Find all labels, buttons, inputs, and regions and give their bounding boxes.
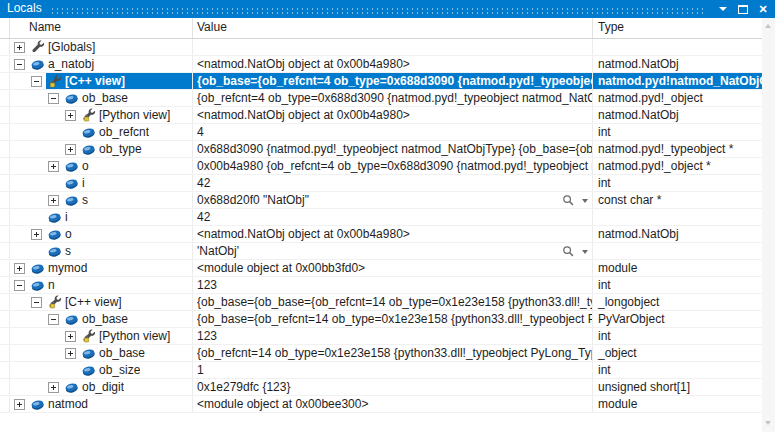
expand-toggle[interactable] <box>31 229 42 240</box>
expand-toggle[interactable] <box>14 399 25 410</box>
value-cell[interactable]: 0x688d3090 {natmod.pyd!_typeobject natmo… <box>193 141 593 157</box>
expand-toggle[interactable] <box>65 331 76 342</box>
indent-spacer <box>14 166 48 167</box>
tree-row[interactable]: s'NatObj' <box>0 243 762 260</box>
tree-row[interactable]: ob_base{ob_refcnt=4 ob_type=0x688d3090 {… <box>0 90 762 107</box>
value-cell[interactable]: {ob_refcnt=4 ob_type=0x688d3090 {natmod.… <box>193 90 593 106</box>
expand-toggle[interactable] <box>14 263 25 274</box>
value-cell[interactable]: 123 <box>193 328 593 344</box>
name-cell: s <box>10 192 193 208</box>
tree-row[interactable]: ob_base{ob_base={ob_refcnt=14 ob_type=0x… <box>0 311 762 328</box>
variable-type: natmod.NatObj <box>593 56 762 72</box>
tree-row[interactable]: i42 <box>0 209 762 226</box>
tree-row[interactable]: i42int <box>0 175 762 192</box>
titlebar[interactable]: Locals ✕ <box>0 0 775 18</box>
value-cell[interactable]: {ob_refcnt=14 ob_type=0x1e23e158 {python… <box>193 345 593 361</box>
indent-spacer <box>14 217 31 218</box>
name-inner: n <box>29 277 192 293</box>
tree-row[interactable]: n123int <box>0 277 762 294</box>
tree-row[interactable]: ob_refcnt4int <box>0 124 762 141</box>
window-position-button[interactable] <box>715 2 731 16</box>
value-cell[interactable] <box>193 39 593 55</box>
indent-spacer <box>14 115 65 116</box>
collapse-toggle[interactable] <box>48 93 59 104</box>
name-cell: ob_size <box>10 362 193 378</box>
tree-row[interactable]: [Python view]<natmod.NatObj object at 0x… <box>0 107 762 124</box>
magnifier-icon[interactable] <box>562 245 575 258</box>
scroll-up-icon[interactable] <box>765 24 771 28</box>
value-cell[interactable]: {ob_base={ob_base={ob_refcnt=14 ob_type=… <box>193 294 593 310</box>
titlebar-drag-grip[interactable] <box>50 7 707 14</box>
value-cell[interactable]: 0x688d20f0 "NatObj" <box>193 192 593 208</box>
float-button[interactable] <box>735 2 751 16</box>
expand-toggle[interactable] <box>65 348 76 359</box>
collapse-toggle[interactable] <box>48 314 59 325</box>
visualizer-dropdown-icon[interactable] <box>582 250 588 254</box>
column-header-name[interactable]: Name <box>10 18 193 38</box>
magnifier-icon[interactable] <box>562 194 575 207</box>
name-cell: mymod <box>10 260 193 276</box>
variable-type: _longobject <box>593 294 762 310</box>
scroll-down-icon[interactable] <box>765 421 771 425</box>
value-cell[interactable]: 1 <box>193 362 593 378</box>
value-cell[interactable]: 42 <box>193 175 593 191</box>
tree-row[interactable]: mymod<module object at 0x00bb3fd0>module <box>0 260 762 277</box>
value-cell[interactable]: <natmod.NatObj object at 0x00b4a980> <box>193 226 593 242</box>
vertical-scrollbar[interactable] <box>762 18 775 432</box>
variable-value: <natmod.NatObj object at 0x00b4a980> <box>197 108 592 122</box>
variable-value: {ob_refcnt=4 ob_type=0x688d3090 {natmod.… <box>197 91 592 105</box>
tree-row[interactable]: [C++ view]{ob_base={ob_refcnt=4 ob_type=… <box>0 73 762 90</box>
value-cell[interactable]: 4 <box>193 124 593 140</box>
value-cell[interactable]: <natmod.NatObj object at 0x00b4a980> <box>193 107 593 123</box>
tree-row[interactable]: a_natobj<natmod.NatObj object at 0x00b4a… <box>0 56 762 73</box>
value-cell[interactable]: 0x00b4a980 {ob_refcnt=4 ob_type=0x688d30… <box>193 158 593 174</box>
variables-tree-grid: [Globals]a_natobj<natmod.NatObj object a… <box>0 39 762 432</box>
expand-toggle[interactable] <box>65 144 76 155</box>
collapse-toggle[interactable] <box>31 76 42 87</box>
collapse-toggle[interactable] <box>31 297 42 308</box>
tree-row[interactable]: ob_digit0x1e279dfc {123}unsigned short[1… <box>0 379 762 396</box>
value-cell[interactable]: {ob_base={ob_refcnt=4 ob_type=0x688d3090… <box>193 73 593 89</box>
row-gutter <box>0 294 10 310</box>
name-inner: s <box>46 243 192 259</box>
tree-row[interactable]: ob_base{ob_refcnt=14 ob_type=0x1e23e158 … <box>0 345 762 362</box>
collapse-toggle[interactable] <box>14 280 25 291</box>
column-header-row: Name Value Type <box>0 18 762 39</box>
expand-toggle[interactable] <box>14 42 25 53</box>
close-icon: ✕ <box>758 3 767 15</box>
value-cell[interactable]: 123 <box>193 277 593 293</box>
value-cell[interactable]: <module object at 0x00bee300> <box>193 396 593 412</box>
value-cell[interactable]: <module object at 0x00bb3fd0> <box>193 260 593 276</box>
tree-row[interactable]: o0x00b4a980 {ob_refcnt=4 ob_type=0x688d3… <box>0 158 762 175</box>
expand-toggle[interactable] <box>48 382 59 393</box>
tree-row[interactable]: o<natmod.NatObj object at 0x00b4a980>nat… <box>0 226 762 243</box>
expand-toggle[interactable] <box>65 110 76 121</box>
expand-toggle[interactable] <box>48 161 59 172</box>
tree-row[interactable]: [Globals] <box>0 39 762 56</box>
row-gutter <box>0 192 10 208</box>
value-cell[interactable]: 0x1e279dfc {123} <box>193 379 593 395</box>
collapse-toggle[interactable] <box>14 59 25 70</box>
indent-spacer <box>14 319 48 320</box>
tree-row[interactable]: ob_type0x688d3090 {natmod.pyd!_typeobjec… <box>0 141 762 158</box>
column-header-type[interactable]: Type <box>593 18 762 38</box>
tree-row[interactable]: natmod<module object at 0x00bee300>modul… <box>0 396 762 413</box>
object-icon <box>30 57 45 72</box>
tree-row[interactable]: [C++ view]{ob_base={ob_base={ob_refcnt=1… <box>0 294 762 311</box>
indent-spacer <box>14 370 65 371</box>
indent-spacer <box>14 183 48 184</box>
tree-row[interactable]: s0x688d20f0 "NatObj"const char * <box>0 192 762 209</box>
expand-toggle[interactable] <box>48 195 59 206</box>
column-header-value[interactable]: Value <box>193 18 593 38</box>
tree-row[interactable]: ob_size1int <box>0 362 762 379</box>
variable-type: natmod.pyd!_typeobject * <box>593 141 762 157</box>
value-cell[interactable]: 'NatObj' <box>193 243 593 259</box>
value-cell[interactable]: <natmod.NatObj object at 0x00b4a980> <box>193 56 593 72</box>
visualizer-dropdown-icon[interactable] <box>582 199 588 203</box>
tree-row[interactable]: [Python view]123int <box>0 328 762 345</box>
indent-spacer <box>14 302 31 303</box>
close-button[interactable]: ✕ <box>755 2 771 16</box>
variable-type: natmod.pyd!_object * <box>593 158 762 174</box>
value-cell[interactable]: {ob_base={ob_refcnt=14 ob_type=0x1e23e15… <box>193 311 593 327</box>
value-cell[interactable]: 42 <box>193 209 593 225</box>
